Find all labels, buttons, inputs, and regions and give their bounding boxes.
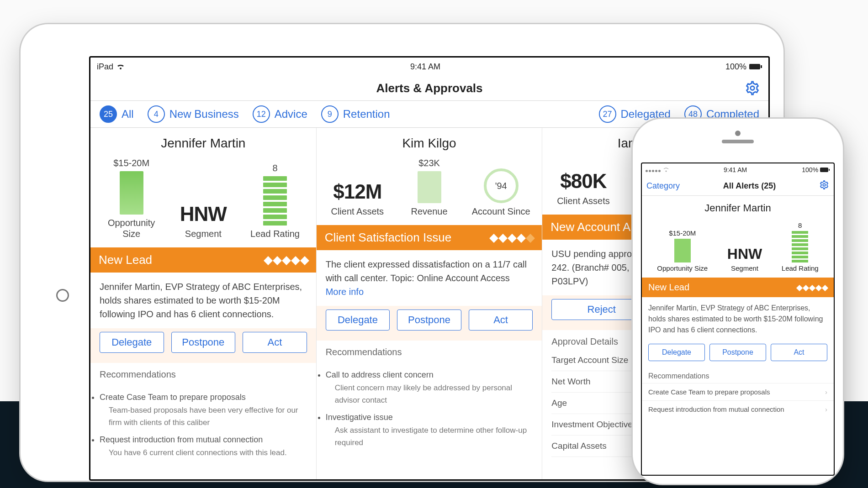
priority-icon [262, 253, 308, 267]
recommendation-item[interactable]: Investigative issueAsk assistant to inve… [326, 411, 533, 449]
bar-icon [120, 171, 143, 215]
client-name: Jennifer Martin [642, 196, 834, 218]
postpone-button[interactable]: Postpone [397, 310, 461, 331]
recommendation-item[interactable]: Call to address client concernClient con… [326, 368, 533, 406]
postpone-button[interactable]: Postpone [171, 332, 236, 353]
recommendation-item[interactable]: Create Case Team to prepare proposalsTea… [100, 391, 307, 429]
client-name: Jennifer Martin [90, 128, 316, 153]
recommendation-item[interactable]: Request introduction from mutual connect… [642, 400, 834, 418]
banner-title: New Lead [648, 282, 689, 293]
category-back-button[interactable]: Category [646, 181, 680, 191]
metric-account-since: '94 Account Since [468, 168, 534, 217]
nav-bar: Alerts & Approvals [90, 76, 768, 101]
delegate-button[interactable]: Delegate [326, 310, 390, 331]
clock-label: 9:41 AM [724, 166, 747, 173]
action-row: Delegate Postpone Act [90, 328, 316, 363]
tab-new-business[interactable]: 4New Business [148, 105, 239, 123]
battery-group: 100% [802, 166, 830, 173]
recommendations-header: Recommendations [317, 341, 542, 360]
recommendations-list: Create Case Team to prepare proposalsTea… [90, 391, 316, 472]
iphone-speaker [722, 140, 754, 143]
alert-description: The client expressed dissatisfaction on … [317, 250, 542, 306]
device-label: iPad [97, 62, 113, 72]
tab-all[interactable]: 25All [100, 105, 134, 123]
metric-client-assets: $80K Client Assets [550, 170, 616, 206]
ring-icon: '94 [484, 168, 519, 203]
svg-rect-0 [749, 64, 760, 69]
gear-icon [819, 180, 829, 190]
ipad-home-button [56, 289, 69, 302]
recommendations-header: Recommendations [642, 367, 834, 383]
alert-banner: Client Satisfaction Issue [317, 225, 542, 250]
clock-label: 9:41 AM [410, 62, 440, 72]
metric-segment: HNW Segment [727, 246, 762, 272]
settings-button[interactable] [819, 180, 829, 192]
tab-label: Advice [275, 108, 307, 121]
more-info-link[interactable]: More info [326, 287, 364, 297]
svg-rect-3 [820, 168, 828, 172]
act-button[interactable]: Act [469, 310, 533, 331]
svg-rect-1 [761, 65, 762, 68]
act-button[interactable]: Act [243, 332, 307, 353]
svg-point-2 [751, 86, 755, 90]
recommendations-list: Call to address client concernClient con… [317, 368, 542, 462]
recommendation-item[interactable]: Create Case Team to prepare proposals› [642, 383, 834, 400]
bar-icon [418, 171, 441, 203]
delegate-button[interactable]: Delegate [100, 332, 164, 353]
recommendation-item[interactable]: Request introduction from mutual connect… [100, 433, 307, 459]
metric-opportunity-size: $15-20M Opportunity Size [99, 158, 164, 239]
rating-bars-icon [792, 231, 808, 262]
alert-description: Jennifer Martin, EVP Strategy of ABC Ent… [642, 297, 834, 341]
postpone-button[interactable]: Postpone [709, 344, 766, 361]
nav-bar: Category All Alerts (25) [642, 176, 834, 196]
alert-card: Kim Kilgo $12M Client Assets $23K Revenu… [317, 128, 543, 480]
client-name: Kim Kilgo [317, 128, 542, 153]
svg-point-5 [823, 184, 826, 186]
banner-title: New Lead [99, 253, 152, 267]
metric-opportunity-size: $15-20M Opportunity Size [657, 229, 708, 272]
tab-label: New Business [169, 108, 239, 121]
metric-lead-rating: 8 Lead Rating [242, 163, 307, 239]
svg-rect-4 [829, 169, 830, 171]
alert-banner: New Lead [90, 247, 316, 273]
iphone-device: 9:41 AM 100% Category All Alerts (25) Je… [633, 119, 843, 484]
gear-icon [745, 89, 760, 97]
bar-icon [674, 239, 691, 262]
battery-icon [820, 168, 830, 172]
page-title: Alerts & Approvals [376, 81, 482, 95]
metric-lead-rating: 8 Lead Rating [782, 221, 819, 272]
action-row: Delegate Postpone Act [317, 306, 542, 341]
priority-icon [488, 231, 534, 245]
status-bar: 9:41 AM 100% [642, 163, 834, 176]
signal-icon [646, 166, 669, 173]
page-title: All Alerts (25) [723, 181, 776, 191]
priority-icon [795, 282, 827, 293]
tab-advice[interactable]: 12Advice [253, 105, 307, 123]
iphone-screen: 9:41 AM 100% Category All Alerts (25) Je… [641, 163, 835, 476]
delegate-button[interactable]: Delegate [648, 344, 705, 361]
chevron-right-icon: › [825, 405, 827, 413]
metric-revenue: $23K Revenue [397, 158, 462, 217]
banner-title: Client Satisfaction Issue [325, 231, 451, 245]
settings-button[interactable] [745, 80, 760, 98]
chevron-right-icon: › [825, 388, 827, 396]
alert-banner: New Lead [642, 278, 834, 297]
battery-label: 100% [725, 62, 746, 72]
act-button[interactable]: Act [771, 344, 827, 361]
tab-retention[interactable]: 9Retention [321, 105, 390, 123]
recommendations-header: Recommendations [90, 363, 316, 383]
rating-bars-icon [263, 176, 287, 226]
action-row: Delegate Postpone Act [642, 341, 834, 367]
status-bar: iPad 9:41 AM 100% [90, 58, 768, 76]
metric-client-assets: $12M Client Assets [325, 180, 390, 217]
alert-description: Jennifer Martin, EVP Strategy of ABC Ent… [90, 273, 316, 328]
battery-icon [749, 63, 762, 70]
tab-label: All [122, 108, 134, 121]
wifi-icon [116, 63, 125, 70]
tab-label: Retention [343, 108, 390, 121]
metric-segment: HNW Segment [170, 203, 236, 239]
wifi-icon [663, 168, 669, 172]
iphone-camera [735, 131, 741, 136]
alert-card: Jennifer Martin $15-20M Opportunity Size… [90, 128, 317, 480]
